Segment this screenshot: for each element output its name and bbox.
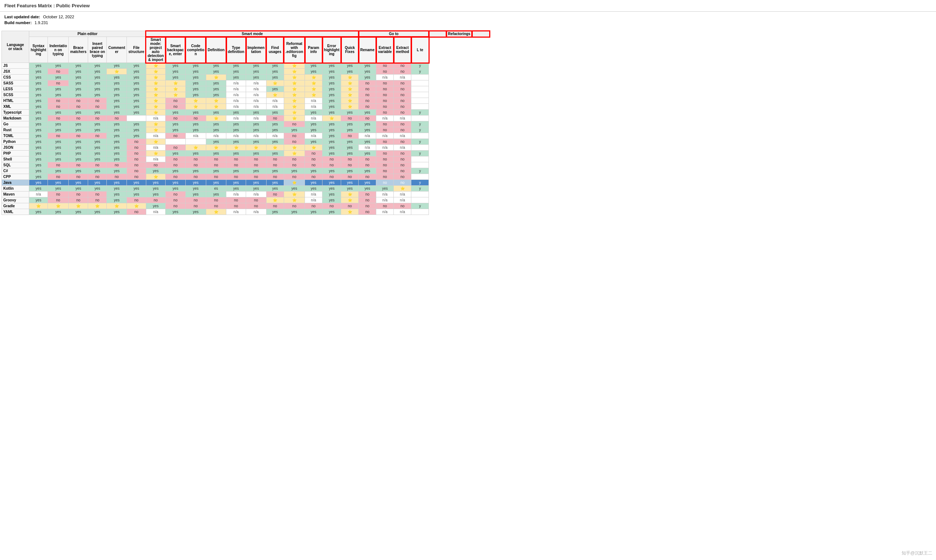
table-row: C#yesyesyesyesyesnoyesyesyesyesyesyesyes…	[2, 168, 490, 174]
feature-cell	[166, 139, 186, 145]
feature-cell: yes	[88, 127, 107, 133]
feature-cell: no	[376, 110, 394, 115]
feature-cell: no	[305, 151, 322, 157]
feature-cell: yes	[88, 122, 107, 127]
feature-cell: no	[48, 115, 69, 122]
feature-cell	[411, 98, 429, 104]
feature-cell: yes	[206, 192, 226, 197]
lang-cell: JSON	[2, 145, 29, 151]
feature-cell: yes	[322, 63, 341, 69]
feature-cell: no	[359, 115, 376, 122]
feature-cell: yes	[146, 168, 165, 174]
feature-cell: yes	[48, 92, 69, 98]
feature-cell: yes	[88, 145, 107, 151]
feature-cell: yes	[341, 139, 359, 145]
feature-cell: n/a	[246, 98, 266, 104]
feature-cell	[411, 133, 429, 139]
feature-cell: yes	[376, 186, 394, 192]
feature-cell: no	[246, 203, 266, 209]
table-row: Shellyesyesyesyesyesnon/anononononononon…	[2, 157, 490, 162]
feature-cell: yes	[166, 127, 186, 133]
feature-cell: n/a	[305, 197, 322, 203]
feature-cell: yes	[48, 63, 69, 69]
feature-cell: ⭐	[322, 115, 341, 122]
feature-cell: no	[284, 133, 305, 139]
feature-cell: yes	[127, 80, 146, 86]
table-row: LESSyesyesyesyesyesyes⭐⭐yesyesn/an/ayes⭐…	[2, 86, 490, 92]
feature-cell: n/a	[305, 104, 322, 110]
feature-cell: yes	[29, 127, 48, 133]
feature-cell: yes	[48, 157, 69, 162]
feature-cell: n/a	[246, 192, 266, 197]
feature-cell: ⭐	[284, 92, 305, 98]
feature-cell: ⭐	[107, 203, 127, 209]
feature-cell: yes	[127, 192, 146, 197]
feature-cell: no	[107, 162, 127, 168]
feature-cell: yes	[166, 151, 186, 157]
feature-cell: yes	[107, 180, 127, 186]
feature-cell: no	[266, 115, 284, 122]
lang-cell: PHP	[2, 151, 29, 157]
feature-cell: yes	[185, 63, 206, 69]
feature-cell: n/a	[246, 133, 266, 139]
feature-cell: y	[411, 127, 429, 133]
feature-cell: ⭐	[284, 104, 305, 110]
feature-cell: yes	[69, 86, 88, 92]
col-syntax: Syntaxhighlighting	[29, 37, 48, 63]
feature-cell: yes	[88, 110, 107, 115]
feature-cell: no	[394, 157, 411, 162]
feature-cell: no	[359, 86, 376, 92]
feature-cell: yes	[359, 122, 376, 127]
feature-cell: ⭐	[127, 203, 146, 209]
feature-cell: ⭐	[305, 75, 322, 80]
feature-cell: yes	[69, 63, 88, 69]
feature-cell: no	[394, 80, 411, 86]
feature-cell: n/a	[226, 80, 246, 86]
feature-cell: no	[107, 174, 127, 180]
feature-cell: no	[376, 69, 394, 75]
feature-cell: no	[127, 162, 146, 168]
feature-cell: yes	[107, 80, 127, 86]
table-row: Gradle⭐⭐⭐⭐⭐⭐yesnonononononononononononon…	[2, 203, 490, 209]
feature-cell: yes	[266, 86, 284, 92]
feature-cell: yes	[305, 69, 322, 75]
feature-cell: no	[341, 157, 359, 162]
lang-cell: Gradle	[2, 203, 29, 209]
feature-cell: ⭐	[185, 104, 206, 110]
feature-cell: ⭐	[341, 86, 359, 92]
feature-cell: yes	[266, 151, 284, 157]
feature-cell: yes	[185, 75, 206, 80]
feature-cell: yes	[359, 110, 376, 115]
feature-cell: ⭐	[146, 127, 165, 133]
feature-cell: no	[146, 197, 165, 203]
feature-cell: no	[376, 86, 394, 92]
feature-cell: ⭐	[284, 197, 305, 203]
feature-cell: no	[376, 162, 394, 168]
feature-cell: n/a	[206, 133, 226, 139]
feature-cell: ⭐	[246, 145, 266, 151]
feature-cell: yes	[246, 180, 266, 186]
feature-cell: yes	[146, 180, 165, 186]
feature-cell: no	[226, 203, 246, 209]
feature-cell: yes	[206, 122, 226, 127]
feature-cell: yes	[305, 168, 322, 174]
feature-cell: n/a	[146, 145, 165, 151]
feature-cell: n/a	[305, 115, 322, 122]
feature-cell: no	[284, 122, 305, 127]
col-code-completion: Codecompletion	[185, 37, 206, 63]
feature-cell: no	[376, 174, 394, 180]
feature-cell: ⭐	[341, 92, 359, 98]
feature-cell: yes	[29, 180, 48, 186]
feature-cell: n/a	[376, 75, 394, 80]
feature-cell: no	[185, 157, 206, 162]
feature-cell: ⭐	[146, 69, 165, 75]
feature-cell: yes	[127, 75, 146, 80]
feature-cell: no	[394, 139, 411, 145]
lang-cell: Go	[2, 122, 29, 127]
feature-cell: yes	[322, 133, 341, 139]
feature-cell: no	[376, 80, 394, 86]
feature-cell: no	[376, 98, 394, 104]
feature-cell: yes	[305, 122, 322, 127]
feature-cell: yes	[29, 139, 48, 145]
feature-cell: no	[166, 115, 186, 122]
